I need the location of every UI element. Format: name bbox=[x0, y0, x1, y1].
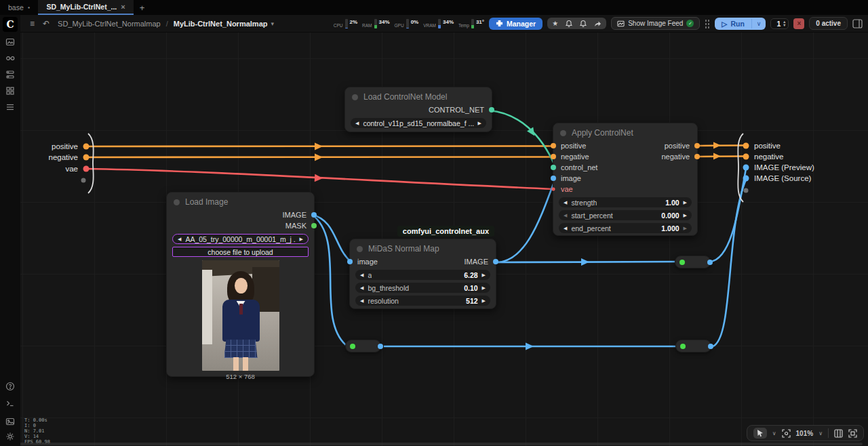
new-tab-button[interactable]: + bbox=[134, 0, 151, 15]
prev-value-icon[interactable]: ◀ bbox=[178, 237, 181, 242]
image-feed-panel-icon[interactable] bbox=[5, 416, 16, 427]
breadcrumb-root[interactable]: SD_MyLib-CtrlNet_Normalmap bbox=[58, 20, 161, 28]
input-dot-positive[interactable] bbox=[551, 143, 556, 148]
output-dot-image[interactable] bbox=[311, 212, 317, 218]
end-percent-widget[interactable]: ◀ end_percent 1.000 ▶ bbox=[559, 223, 692, 233]
collapse-dot-icon[interactable] bbox=[560, 130, 566, 136]
input-dot-vae[interactable] bbox=[552, 188, 555, 191]
output-dot-control-net[interactable] bbox=[489, 107, 494, 113]
bg-threshold-widget[interactable]: ◀ bg_threshold 0.10 ▶ bbox=[355, 283, 490, 293]
increment-icon[interactable]: ▶ bbox=[482, 272, 486, 278]
share-icon[interactable] bbox=[594, 20, 601, 27]
manager-button[interactable]: Manager bbox=[489, 18, 542, 30]
select-tool-button[interactable] bbox=[753, 428, 767, 439]
node-title-bar[interactable]: Load Image bbox=[167, 192, 314, 209]
node-title-bar[interactable]: Apply ControlNet bbox=[553, 123, 697, 140]
increment-icon[interactable]: ▶ bbox=[684, 213, 687, 218]
group-output-image-preview[interactable]: IMAGE (Preview) bbox=[754, 163, 814, 171]
decrement-icon[interactable]: ◀ bbox=[360, 298, 363, 304]
fit-view-button[interactable] bbox=[782, 429, 791, 438]
reroute-input-dot[interactable] bbox=[680, 344, 686, 349]
reroute-output-dot[interactable] bbox=[378, 344, 383, 349]
input-dot-negative[interactable] bbox=[551, 154, 556, 159]
minimap-button[interactable] bbox=[834, 429, 843, 438]
batch-count-stepper[interactable]: 1 ▴ ▾ bbox=[770, 18, 789, 29]
controlnet-model-select[interactable]: ◀ control_v11p_sd15_normalbae_f ... ▶ bbox=[351, 118, 486, 128]
reroute-node[interactable] bbox=[345, 340, 381, 352]
chevron-down-icon[interactable]: ▾ bbox=[271, 20, 274, 27]
tool-options-caret[interactable]: ∨ bbox=[772, 430, 776, 437]
tab-active-workflow[interactable]: SD_MyLib-CtrlNet_... × bbox=[38, 0, 133, 15]
node-title-bar[interactable]: Load ControlNet Model bbox=[345, 87, 492, 104]
decrement-icon[interactable]: ◀ bbox=[564, 200, 567, 205]
cancel-run-button[interactable]: × bbox=[793, 18, 804, 29]
node-load-image[interactable]: Load Image IMAGE MASK ◀ AA_05_try_00000_… bbox=[166, 192, 315, 377]
active-jobs-badge[interactable]: 0 active bbox=[809, 17, 848, 30]
increment-icon[interactable]: ▶ bbox=[684, 226, 687, 231]
output-dot-image[interactable] bbox=[493, 259, 498, 264]
input-dot-control-net[interactable] bbox=[551, 165, 556, 170]
output-dot-negative[interactable] bbox=[694, 154, 700, 159]
image-preview[interactable] bbox=[202, 260, 279, 371]
reroute-output-dot[interactable] bbox=[707, 260, 713, 265]
model-library-icon[interactable] bbox=[5, 69, 16, 80]
zoom-caret[interactable]: ∨ bbox=[818, 430, 823, 437]
fullscreen-button[interactable] bbox=[848, 429, 857, 438]
group-output-positive[interactable]: positive bbox=[754, 142, 781, 150]
decrement-icon[interactable]: ◀ bbox=[564, 226, 567, 231]
increment-icon[interactable]: ▶ bbox=[482, 285, 486, 291]
group-input-negative[interactable]: negative bbox=[37, 153, 78, 161]
increment-icon[interactable]: ▶ bbox=[482, 298, 486, 304]
decrement-icon[interactable]: ◀ bbox=[360, 285, 363, 291]
increment-icon[interactable]: ▶ bbox=[684, 200, 687, 205]
stepper-arrows[interactable]: ▴ ▾ bbox=[783, 20, 785, 27]
choose-file-button[interactable]: choose file to upload bbox=[172, 247, 309, 257]
horizontal-scrollbar[interactable] bbox=[5, 443, 863, 445]
start-percent-widget[interactable]: ◀ start_percent 0.000 ▶ bbox=[559, 210, 692, 220]
reroute-node[interactable] bbox=[675, 340, 711, 352]
resolution-widget[interactable]: ◀ resolution 512 ▶ bbox=[355, 296, 490, 306]
image-file-select[interactable]: ◀ AA_05_try_00000_m_00001_m_j ... ▶ bbox=[172, 234, 309, 244]
menu-icon[interactable]: ≡ bbox=[26, 19, 39, 28]
output-dot-positive[interactable] bbox=[694, 143, 700, 148]
close-tab-icon[interactable]: × bbox=[121, 3, 125, 11]
next-value-icon[interactable]: ▶ bbox=[300, 237, 303, 242]
show-image-feed-button[interactable]: Show Image Feed ✓ bbox=[611, 17, 700, 30]
group-input-vae[interactable]: vae bbox=[37, 165, 78, 173]
breadcrumb-current[interactable]: MyLib-CtrlNet_Normalmap bbox=[174, 20, 268, 28]
star-icon[interactable]: ★ bbox=[552, 20, 558, 27]
bell-alt-icon[interactable] bbox=[580, 20, 587, 27]
a-widget[interactable]: ◀ a 6.28 ▶ bbox=[355, 270, 490, 280]
next-value-icon[interactable]: ▶ bbox=[478, 121, 481, 126]
reroute-input-dot[interactable] bbox=[350, 344, 355, 349]
comfyui-logo[interactable]: C bbox=[3, 17, 18, 32]
group-input-positive[interactable]: positive bbox=[37, 142, 78, 150]
output-dot-mask[interactable] bbox=[311, 223, 317, 228]
terminal-icon[interactable] bbox=[5, 398, 16, 409]
input-dot-image[interactable] bbox=[347, 259, 353, 264]
bell-icon[interactable] bbox=[566, 20, 572, 27]
toggle-panel-icon[interactable] bbox=[852, 19, 863, 28]
workflows-icon[interactable] bbox=[5, 37, 16, 47]
run-options-caret[interactable]: ∨ bbox=[752, 18, 766, 29]
settings-gear-icon[interactable] bbox=[5, 431, 16, 442]
queue-icon[interactable] bbox=[5, 102, 16, 113]
decrement-icon[interactable]: ◀ bbox=[360, 272, 363, 278]
node-library-icon[interactable] bbox=[5, 53, 16, 64]
strength-widget[interactable]: ◀ strength 1.00 ▶ bbox=[559, 197, 692, 207]
collapse-dot-icon[interactable] bbox=[352, 94, 358, 100]
reroute-input-dot[interactable] bbox=[679, 260, 685, 265]
decrement-icon[interactable]: ◀ bbox=[564, 213, 567, 218]
drag-handle[interactable] bbox=[705, 19, 710, 28]
node-title-bar[interactable]: MiDaS Normal Map bbox=[350, 239, 496, 256]
tab-base[interactable]: base ● bbox=[0, 0, 38, 15]
step-down-icon[interactable]: ▾ bbox=[783, 24, 785, 27]
help-icon[interactable] bbox=[5, 381, 16, 392]
node-apply-controlnet[interactable]: Apply ControlNet positive positive negat… bbox=[553, 123, 698, 236]
zoom-level[interactable]: 101% bbox=[796, 430, 814, 437]
group-output-negative[interactable]: negative bbox=[754, 153, 783, 161]
reroute-node[interactable] bbox=[675, 256, 711, 268]
run-button[interactable]: ▷ Run ∨ bbox=[715, 18, 766, 30]
input-dot-image[interactable] bbox=[551, 176, 556, 181]
collapse-dot-icon[interactable] bbox=[357, 246, 363, 252]
